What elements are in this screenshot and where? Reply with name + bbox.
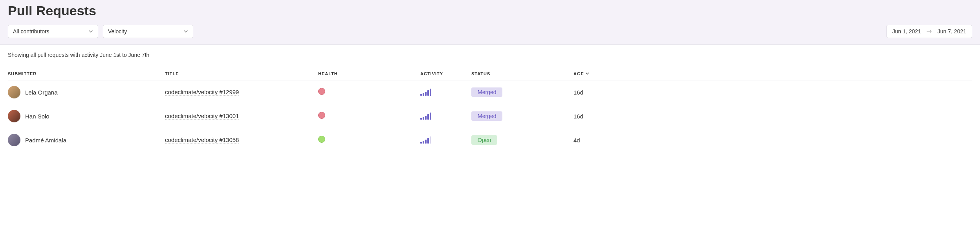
filters-left: All contributors Velocity [8,25,193,38]
age-cell: 16d [573,89,972,96]
health-cell [318,112,420,120]
activity-cell [420,113,471,120]
submitter-name: Padmé Amidala [25,137,66,144]
activity-bars-icon [420,113,471,120]
health-cell [318,136,420,144]
controls-row: All contributors Velocity Jun 1, 2021 Ju… [8,25,972,38]
chevron-down-icon [88,29,93,34]
age-cell: 4d [573,137,972,144]
page-title: Pull Requests [8,3,972,18]
arrow-right-icon [927,29,932,33]
repo-filter-dropdown[interactable]: Velocity [103,25,193,38]
contributors-filter-label: All contributors [13,28,49,35]
health-indicator-icon [318,88,325,95]
header-submitter[interactable]: SUBMITTER [8,71,165,76]
date-range-end: Jun 7, 2021 [938,28,966,35]
status-badge: Merged [471,111,502,121]
content: Showing all pull requests with activity … [0,45,980,159]
header-age-label: AGE [573,71,584,76]
header-section: Pull Requests All contributors Velocity … [0,0,980,45]
header-health[interactable]: HEALTH [318,71,420,76]
table-row[interactable]: Han Solocodeclimate/velocity #13001Merge… [8,104,972,128]
activity-cell [420,89,471,96]
age-cell: 16d [573,113,972,120]
table-row[interactable]: Leia Organacodeclimate/velocity #12999Me… [8,80,972,104]
health-indicator-icon [318,136,325,143]
status-cell: Open [471,135,573,145]
avatar [8,86,20,98]
header-title[interactable]: TITLE [165,71,318,76]
avatar [8,110,20,122]
header-age[interactable]: AGE [573,71,972,76]
activity-bars-icon [420,136,471,144]
submitter-cell: Padmé Amidala [8,134,165,146]
pr-title-link[interactable]: codeclimate/velocity #13001 [165,113,239,120]
health-indicator-icon [318,112,325,119]
header-status[interactable]: STATUS [471,71,573,76]
summary-text: Showing all pull requests with activity … [8,52,972,58]
status-badge: Open [471,135,497,145]
health-cell [318,88,420,96]
status-badge: Merged [471,87,502,97]
table-row[interactable]: Padmé Amidalacodeclimate/velocity #13058… [8,128,972,152]
chevron-down-icon [586,71,589,76]
contributors-filter-dropdown[interactable]: All contributors [8,25,98,38]
header-activity[interactable]: ACTIVITY [420,71,471,76]
avatar [8,134,20,146]
pr-table: SUBMITTER TITLE HEALTH ACTIVITY STATUS A… [8,67,972,152]
pr-title-link[interactable]: codeclimate/velocity #13058 [165,136,239,144]
pr-title-link[interactable]: codeclimate/velocity #12999 [165,89,239,96]
repo-filter-label: Velocity [108,28,127,35]
status-cell: Merged [471,111,573,121]
submitter-name: Han Solo [25,113,49,120]
date-range-picker[interactable]: Jun 1, 2021 Jun 7, 2021 [887,25,972,38]
status-cell: Merged [471,87,573,97]
activity-bars-icon [420,89,471,96]
table-header: SUBMITTER TITLE HEALTH ACTIVITY STATUS A… [8,67,972,80]
submitter-cell: Han Solo [8,110,165,122]
submitter-cell: Leia Organa [8,86,165,98]
chevron-down-icon [183,29,188,34]
date-range-start: Jun 1, 2021 [892,28,921,35]
activity-cell [420,136,471,144]
submitter-name: Leia Organa [25,89,58,96]
